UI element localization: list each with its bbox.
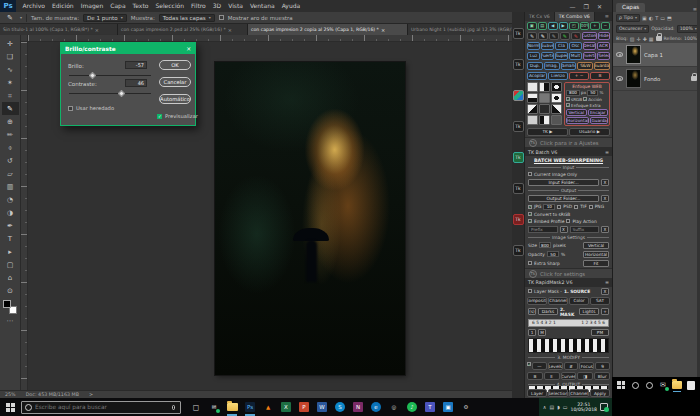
contrast-slider[interactable] [69,93,151,94]
chrome-button[interactable]: ◎ [387,400,401,414]
mask-thumbnail[interactable] [551,93,562,103]
lock-all-icon[interactable] [656,36,662,41]
play-action-checkbox[interactable] [566,219,570,223]
settings-hint-bar[interactable]: Tk Click for settings [525,268,612,280]
mask-thumbnail[interactable] [527,115,538,125]
lock-artboard-icon[interactable]: ▦ [649,36,654,42]
history-brush-tool-icon[interactable]: ↺ [2,154,19,167]
hardlight-blend-button[interactable]: Fuerte [541,52,554,60]
lock-transparency-icon[interactable]: ▨ [630,36,635,42]
mask-thumbnail[interactable] [539,104,550,114]
plus-minus-button[interactable]: + − [569,72,589,80]
overlay-blend-button[interactable]: Super [555,52,568,60]
mask-thumbnail[interactable] [551,104,562,114]
srgb-checkbox[interactable] [566,97,570,101]
pm-button[interactable]: PM [591,329,609,336]
panel-menu-icon[interactable]: ≡ [605,280,609,285]
current-image-checkbox[interactable] [528,172,532,176]
photoshop-button[interactable]: Ps [243,400,257,414]
clear-prefix-button[interactable]: X [560,226,568,233]
channel-button[interactable]: Channel [548,297,568,305]
file-explorer-button[interactable] [225,400,239,414]
panel-menu-icon[interactable]: ≡ [605,150,609,155]
zoom-level[interactable]: 25% [5,392,16,397]
ok-button[interactable]: OK [159,60,191,70]
action-center-icon[interactable] [600,403,608,411]
dialog-titlebar[interactable]: Brillo/contraste ✕ [61,43,195,54]
dialog-close-icon[interactable]: ✕ [186,46,191,52]
fit-screen-button[interactable]: ◰ [569,22,579,30]
ajustes-hint-bar[interactable]: Tk Click para ir a Ajustes [525,137,612,149]
darks-button[interactable]: Darks [538,308,558,315]
output-apply-button[interactable]: Apply [590,389,610,397]
auto-button[interactable]: Automático [159,94,191,104]
zoom-out-button[interactable]: − [601,22,611,30]
keyboard-tray-icon[interactable]: ▤ [549,404,554,410]
blur-tool-icon[interactable]: ◔ [2,193,19,206]
midtones-button[interactable]: M [538,329,546,336]
marquee-tool-icon[interactable]: ❑ [2,50,19,63]
mask-thumbnail[interactable] [527,93,538,103]
edge-button[interactable]: E [544,372,560,380]
desaturate-button[interactable]: Desat [583,42,596,50]
flatten-button[interactable]: Acoplar [527,72,547,80]
edit-toolbar-icon[interactable]: ⋯ [2,314,19,327]
brightness-slider-thumb[interactable] [89,72,96,79]
photos-button[interactable]: ▣ [441,400,455,414]
gradient-tool-icon[interactable]: ▥ [2,180,19,193]
filter-type-icon[interactable]: T [655,15,658,21]
layer-row-capa1[interactable]: Capa 1 [613,43,700,67]
psd-checkbox[interactable] [557,205,561,209]
suffix-field[interactable]: Suffix [570,226,600,233]
save-button[interactable]: Guardar [594,62,610,70]
one-button[interactable]: 1 [528,329,536,336]
menu-seleccion[interactable]: Selección [152,0,188,12]
color-swatches[interactable] [3,300,17,314]
visibility-eye-icon[interactable] [616,52,623,57]
next-image-button[interactable]: ▶ [559,22,569,30]
document-image[interactable] [215,62,405,375]
healing-brush-tool-icon[interactable]: ⊕ [2,115,19,128]
custom-button[interactable]: Custom [582,32,597,40]
lights-button[interactable]: Lights [579,308,599,315]
eraser-tool-icon[interactable]: ▱ [2,167,19,180]
black-brush-button[interactable]: ✎ [527,32,537,40]
tk-panel-icon[interactable]: Tk [513,152,524,163]
taskbar-clock[interactable]: 22:51 10/05/2018 [571,402,597,413]
lock-pixels-icon[interactable]: ✛ [636,36,640,42]
png-checkbox[interactable] [589,205,593,209]
menu-imagen[interactable]: Imagen [77,0,107,12]
filter-shape-icon[interactable]: ▭ [660,15,665,21]
hide-button[interactable]: Hide [598,32,610,40]
path-selection-tool-icon[interactable]: ▸ [2,245,19,258]
prefix-field[interactable]: Prefix [528,226,558,233]
skype-button[interactable]: S [333,400,347,414]
layer-name[interactable]: Fondo [644,76,660,82]
clone-stamp-tool-icon[interactable]: ⌽ [2,141,19,154]
layer-row-fondo[interactable]: Fondo [613,67,700,91]
cortana-icon[interactable] [630,380,640,390]
mask-thumbnail[interactable] [551,82,562,92]
image-button[interactable]: Imag. [544,62,560,70]
type-tool-icon[interactable]: T [2,232,19,245]
size-field[interactable]: 800 [566,90,580,96]
blend-mode-dropdown[interactable]: Oscurecer ▾ [616,25,649,33]
b-button[interactable]: B [590,72,610,80]
layer-thumbnail[interactable] [626,45,641,64]
embed-profile-checkbox[interactable] [528,219,532,223]
sample-dropdown[interactable]: Todas las capas ▾ [159,14,215,22]
prev-image-button[interactable]: ◀ [548,22,558,30]
output-layer-button[interactable]: Layer [527,389,547,397]
menu-ventana[interactable]: Ventana [246,0,278,12]
tk-panel-icon[interactable]: Tk [513,245,524,256]
luminosity-blend-button[interactable]: Luz [527,52,540,60]
filter-adjustment-icon[interactable]: ◐ [649,15,653,21]
menu-3d[interactable]: 3D [209,0,224,12]
menu-texto[interactable]: Texto [129,0,152,12]
mask-piano-keys[interactable] [528,338,609,353]
tk-panel-icon[interactable]: Tk [513,183,524,194]
status-arrow-icon[interactable]: > [89,392,93,397]
menu-ayuda[interactable]: Ayuda [278,0,304,12]
multiply-blend-button[interactable]: Mult [569,52,582,60]
focus-amount-button[interactable]: 9 [595,362,610,370]
